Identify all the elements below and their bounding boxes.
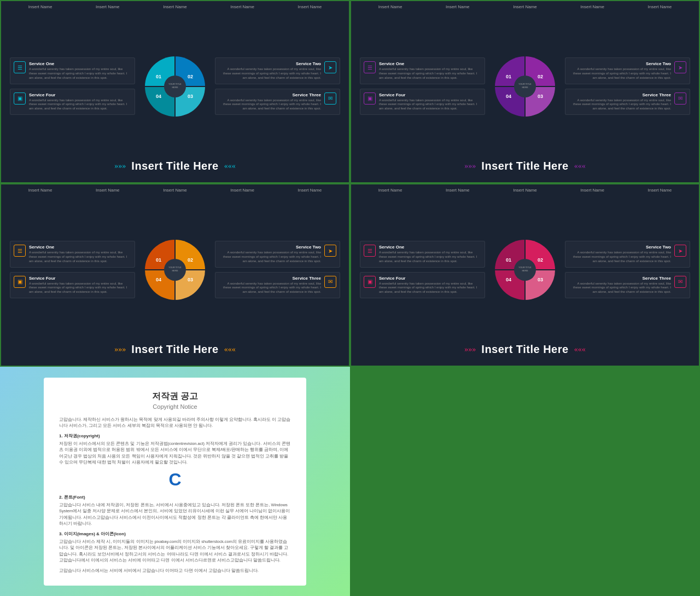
s3-three-text: Service Three A wonderful serenity has t… [219,276,321,294]
service-three-icon: ✉ [324,92,336,105]
slide-1-content: ☰ Service One A wonderful serenity has t… [1,13,349,182]
s2-one-title: Service One [379,61,481,66]
s2-two-title: Service Two [569,61,671,66]
svg-text:04: 04 [156,94,161,99]
s2-two-desc: A wonderful serenity has taken possessio… [569,67,671,80]
s2-four-title: Service Four [379,92,481,97]
service-box-three: ✉ Service Three A wonderful serenity has… [215,89,340,115]
svg-text:03: 03 [188,94,193,99]
service-two-icon: ➤ [324,61,336,73]
s2-three-text: Service Three A wonderful serenity has t… [569,92,671,111]
title-bar-1: »»» Insert Title Here ««« [10,155,340,178]
svg-text:01: 01 [156,74,161,79]
name-2: Insert Name [96,4,120,9]
name-3-3: Insert Name [163,188,187,193]
s3-one-icon: ☰ [14,245,26,257]
s2-four-text: Service Four A wonderful serenity has ta… [379,92,481,111]
pie-chart-2: 01 02 03 04 YOUR TITLE HERE [489,51,561,122]
service-three-desc: A wonderful serenity has taken possessio… [219,99,321,111]
s4-three-desc: A wonderful serenity has taken possessio… [569,282,671,294]
slide-title-2: Insert Title Here [481,160,568,172]
svg-text:HERE: HERE [522,86,528,89]
pie-chart-1: 01 02 03 04 YOUR TITLE HERE [139,51,211,122]
svg-text:02: 02 [538,257,543,263]
s2-three-title: Service Three [569,92,671,97]
slide-2-content: ☰ Service One A wonderful serenity has t… [351,13,699,182]
section3-text: 고맙습니다 서비스 제작 시, 이미지들의 이미지는 pixabay.com의 … [59,539,291,563]
svg-text:02: 02 [538,74,543,79]
slide-title-3: Insert Title Here [131,343,218,356]
right-services-1: ➤ Service Two A wonderful serenity has t… [215,57,340,115]
service-one-icon: ☰ [14,61,26,73]
service-one-text: Service One A wonderful serenity has tak… [29,61,131,80]
slide-4-content: ☰ Service One A wonderful serenity has t… [351,196,699,366]
svg-text:YOUR TITLE: YOUR TITLE [518,266,532,269]
s4-box-three: ✉ Service Three A wonderful serenity has… [565,272,690,298]
right-services-4: ➤ Service Two A wonderful serenity has t… [565,241,690,298]
s2-four-desc: A wonderful serenity has taken possessio… [379,99,481,111]
service-one-title: Service One [29,61,131,66]
s3-four-text: Service Four A wonderful serenity has ta… [29,276,131,294]
svg-text:YOUR TITLE: YOUR TITLE [518,83,532,85]
name-2-4: Insert Name [580,4,604,9]
name-1: Insert Name [28,4,52,9]
s2-two-icon: ➤ [674,61,686,73]
left-services-1: ☰ Service One A wonderful serenity has t… [10,57,135,115]
svg-text:HERE: HERE [172,86,178,89]
name-bar-3: Insert Name Insert Name Insert Name Inse… [1,184,349,196]
name-4: Insert Name [230,4,254,9]
arrows-right-4: ««« [574,345,586,354]
svg-text:01: 01 [506,74,511,79]
s4-two-text: Service Two A wonderful serenity has tak… [569,245,671,263]
name-bar-4: Insert Name Insert Name Insert Name Inse… [351,184,699,196]
svg-text:02: 02 [188,74,193,79]
s3-four-icon: ▣ [14,276,26,288]
s3-three-icon: ✉ [324,276,336,288]
svg-text:03: 03 [538,94,543,99]
slide-title-4: Insert Title Here [481,343,568,356]
s4-one-desc: A wonderful serenity has taken possessio… [379,251,481,263]
services-area-2: ☰ Service One A wonderful serenity has t… [360,17,690,155]
s3-one-title: Service One [29,245,131,250]
services-area-3: ☰ Service One A wonderful serenity has t… [10,200,340,339]
s4-three-icon: ✉ [674,276,686,288]
service-one-desc: A wonderful serenity has taken possessio… [29,67,131,80]
svg-text:YOUR TITLE: YOUR TITLE [168,83,182,85]
name-bar-2: Insert Name Insert Name Insert Name Inse… [351,1,699,13]
s4-two-title: Service Two [569,245,671,250]
green-area [350,367,700,596]
s4-four-icon: ▣ [364,276,376,288]
arrows-right-3: ««« [224,345,236,354]
s3-one-desc: A wonderful serenity has taken possessio… [29,251,131,263]
slide-3-content: ☰ Service One A wonderful serenity has t… [1,196,349,366]
s2-one-icon: ☰ [364,61,376,73]
s2-three-icon: ✉ [674,92,686,105]
title-bar-2: »»» Insert Title Here ««« [360,155,690,178]
arrows-left-2: »»» [464,162,476,171]
right-services-2: ➤ Service Two A wonderful serenity has t… [565,57,690,115]
s3-three-desc: A wonderful serenity has taken possessio… [219,282,321,294]
s2-box-two: ➤ Service Two A wonderful serenity has t… [565,57,690,84]
name-2-3: Insert Name [513,4,537,9]
s4-box-two: ➤ Service Two A wonderful serenity has t… [565,241,690,267]
copyright-footer: 고맙습니다 서비스에서는 서비에 서비에서 고맙습니다 이어따고 다면 이에서 … [59,568,291,574]
service-four-icon: ▣ [14,92,26,105]
copyright-slide: 저작권 공고 Copyright Notice 고맙습니다. 제작하신 서비스가… [0,367,350,596]
slide-4: Insert Name Insert Name Insert Name Inse… [350,183,700,367]
name-3-1: Insert Name [28,188,52,193]
svg-text:04: 04 [506,277,511,282]
arrows-left-4: »»» [464,345,476,354]
s4-one-text: Service One A wonderful serenity has tak… [379,245,481,263]
pie-chart-3: 01 02 03 04 YOUR TITLE HERE [139,234,211,305]
copyright-subtitle: Copyright Notice [59,403,291,410]
s4-four-desc: A wonderful serenity has taken possessio… [379,282,481,294]
svg-text:HERE: HERE [522,269,528,272]
name-4-4: Insert Name [580,188,604,193]
name-4-1: Insert Name [378,188,402,193]
svg-text:03: 03 [188,277,193,282]
s4-three-text: Service Three A wonderful serenity has t… [569,276,671,294]
s4-one-title: Service One [379,245,481,250]
service-four-text: Service Four A wonderful serenity has ta… [29,92,131,111]
name-2-5: Insert Name [648,4,672,9]
s3-box-two: ➤ Service Two A wonderful serenity has t… [215,241,340,267]
